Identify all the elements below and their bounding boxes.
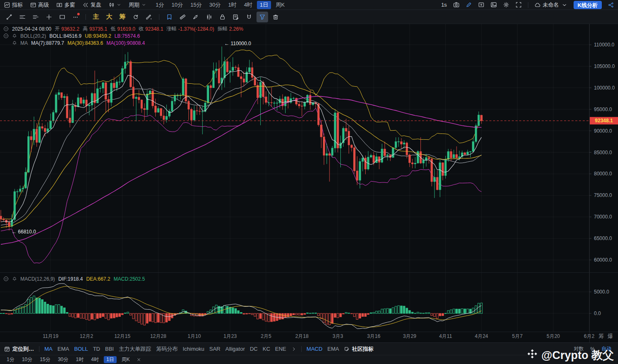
more-indicators-icon[interactable] <box>291 347 296 352</box>
indicator-chip-BOLL[interactable]: BOLL <box>74 346 88 352</box>
svg-text:6月2: 6月2 <box>584 333 595 339</box>
log-scale-toggle[interactable]: 对数 <box>574 345 584 352</box>
more-tools-icon[interactable] <box>70 12 81 22</box>
drawing-list-icon[interactable] <box>30 12 42 22</box>
bottom-timeframe-10分[interactable]: 10分 <box>20 356 35 363</box>
settings-icon[interactable] <box>503 2 509 8</box>
percent-scale-toggle[interactable]: % <box>590 346 595 352</box>
menu-period[interactable]: 周期 <box>129 1 146 9</box>
indicator-chip-Ichimoku[interactable]: Ichimoku <box>183 346 204 352</box>
fullscreen-icon[interactable] <box>515 2 522 8</box>
share-icon[interactable] <box>608 2 614 8</box>
chip-overlay-toggle[interactable]: 筹 <box>598 333 604 339</box>
bottom-timeframe-1时[interactable]: 1时 <box>73 356 86 363</box>
layout-menu[interactable]: 未命名 <box>535 1 567 9</box>
timeframe-4时[interactable]: 4时 <box>241 1 255 9</box>
indicator-chip-Alligator[interactable]: Alligator <box>225 346 245 352</box>
indicator-chip-SAR[interactable]: SAR <box>209 346 220 352</box>
alert-bell-icon[interactable] <box>12 34 17 39</box>
indicator-chip-BBI[interactable]: BBI <box>105 346 114 352</box>
delete-drawings-icon[interactable] <box>270 12 281 22</box>
drawing-notes-icon[interactable] <box>230 12 242 22</box>
timeframe-1分[interactable]: 1分 <box>153 1 167 9</box>
indicator-name[interactable]: MA <box>20 40 28 46</box>
filter-tool-icon[interactable] <box>256 12 268 22</box>
indicator-chip-主力大单跟踪[interactable]: 主力大单跟踪 <box>119 345 151 353</box>
lock-drawings-icon[interactable] <box>217 12 228 22</box>
timeframe-周K[interactable]: 周K <box>273 1 288 9</box>
ruler-tool-icon[interactable] <box>177 12 188 22</box>
indicator-value: DIF:1918.4 <box>58 276 83 282</box>
topbar-right: 1s 未命名 K线分析 <box>441 1 614 9</box>
bottom-timeframe-1日[interactable]: 1日 <box>104 356 117 363</box>
main-chart-toggle[interactable]: 主 <box>90 12 102 22</box>
indicator-value: MA(7):88779.7 <box>31 40 64 46</box>
collapse-icon[interactable] <box>3 26 9 32</box>
realtime-interval-badge[interactable]: 1s <box>441 2 447 8</box>
screenshot-icon[interactable] <box>453 2 459 8</box>
svg-text:60000.0: 60000.0 <box>594 257 612 263</box>
add-pane-icon[interactable] <box>478 2 484 8</box>
trendline-tool-icon[interactable] <box>3 12 15 22</box>
alert-bell-icon[interactable] <box>12 41 17 46</box>
chip-distribution-toggle[interactable]: 筹 <box>117 12 128 22</box>
chart-area: ← 110000.0← 66810.092348.1110000.0105000… <box>0 24 618 342</box>
indicator-name[interactable]: MACD(12,26,9) <box>20 276 55 282</box>
bottom-timeframe-30分[interactable]: 30分 <box>55 356 71 363</box>
magnet-mode-icon[interactable] <box>243 12 255 22</box>
menu-chart-style[interactable] <box>109 2 121 8</box>
timeframe-1时[interactable]: 1时 <box>225 1 239 9</box>
bottom-timeframe-4时[interactable]: 4时 <box>88 356 101 363</box>
background-icon[interactable] <box>491 2 497 8</box>
menu-indicators[interactable]: 指标 <box>4 1 23 9</box>
alert-bell-icon[interactable] <box>12 277 17 281</box>
close-icon[interactable] <box>137 357 141 362</box>
bottom-timeframe-1分[interactable]: 1分 <box>4 356 17 363</box>
indicator-chip-MA[interactable]: MA <box>44 346 53 352</box>
rectangle-tool-icon[interactable] <box>56 12 68 22</box>
collapse-icon[interactable] <box>3 33 9 39</box>
sub-indicator-chip-EMA[interactable]: EMA <box>327 346 339 352</box>
timeframe-15分[interactable]: 15分 <box>188 1 205 9</box>
brush-tool-icon[interactable] <box>143 12 155 22</box>
menu-advanced[interactable]: 高级 <box>30 1 49 9</box>
kline-chart[interactable]: ← 110000.0← 66810.092348.1110000.0105000… <box>0 24 618 342</box>
indicator-chip-DC[interactable]: DC <box>250 346 258 352</box>
timeframe-30分[interactable]: 30分 <box>206 1 223 9</box>
timeframe-1日[interactable]: 1日 <box>257 1 271 9</box>
bottom-timeframe-周K[interactable]: 周K <box>119 356 132 363</box>
svg-text:5月20: 5月20 <box>547 333 560 339</box>
collapse-icon[interactable] <box>3 276 9 281</box>
community-indicators[interactable]: 社区指标 <box>344 345 374 353</box>
menu-multi-window[interactable]: 多窗 <box>56 1 75 9</box>
crosshair-tool-icon[interactable] <box>43 12 55 22</box>
bottom-timeframe-15分[interactable]: 15分 <box>37 356 53 363</box>
locate-button[interactable]: 定位到… <box>4 345 34 353</box>
auto-refresh-icon[interactable] <box>130 12 142 22</box>
timeframe-10分[interactable]: 10分 <box>169 1 186 9</box>
compare-tool-icon[interactable] <box>203 12 215 22</box>
indicator-chip-KC[interactable]: KC <box>263 346 270 352</box>
ohlc-label: 涨幅 <box>166 25 176 32</box>
indicator-chip-EMA[interactable]: EMA <box>58 346 69 352</box>
ohlc-value: 92348.1 <box>145 26 163 32</box>
sub-indicator-chip-MACD[interactable]: MACD <box>307 346 322 352</box>
kline-analysis-button[interactable]: K线分析 <box>574 1 602 9</box>
pen-tool-icon[interactable] <box>190 12 202 22</box>
large-text-toggle[interactable]: 大 <box>103 12 115 22</box>
bookmark-tool-icon[interactable] <box>164 12 175 22</box>
liquidation-overlay-toggle[interactable]: 爆 <box>608 333 613 339</box>
indicator-chip-ENE[interactable]: ENE <box>275 346 286 352</box>
draw-edit-icon[interactable] <box>466 2 472 8</box>
svg-text:80000.0: 80000.0 <box>594 171 612 177</box>
svg-text:12月2: 12月2 <box>80 333 93 339</box>
indicator-chip-TD[interactable]: TD <box>93 346 100 352</box>
divider <box>85 14 86 20</box>
indicator-name[interactable]: BOLL(20,2) <box>20 33 46 39</box>
auto-scale-toggle[interactable]: 自动 <box>601 345 611 352</box>
svg-text:95000.0: 95000.0 <box>594 107 612 112</box>
menu-replay[interactable]: 复盘 <box>83 1 101 9</box>
indicator-chip-筹码分布[interactable]: 筹码分布 <box>156 345 178 353</box>
svg-text:75000.0: 75000.0 <box>594 192 612 198</box>
fib-lines-tool-icon[interactable] <box>17 12 28 22</box>
